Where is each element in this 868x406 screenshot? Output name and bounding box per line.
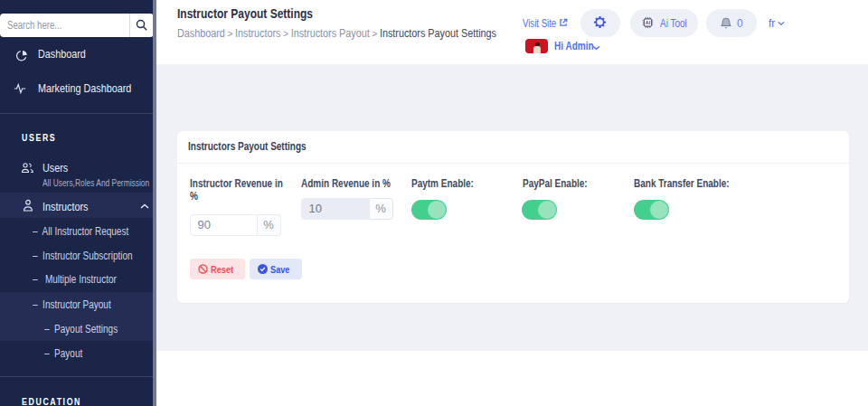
svg-text:AI: AI: [646, 20, 651, 25]
